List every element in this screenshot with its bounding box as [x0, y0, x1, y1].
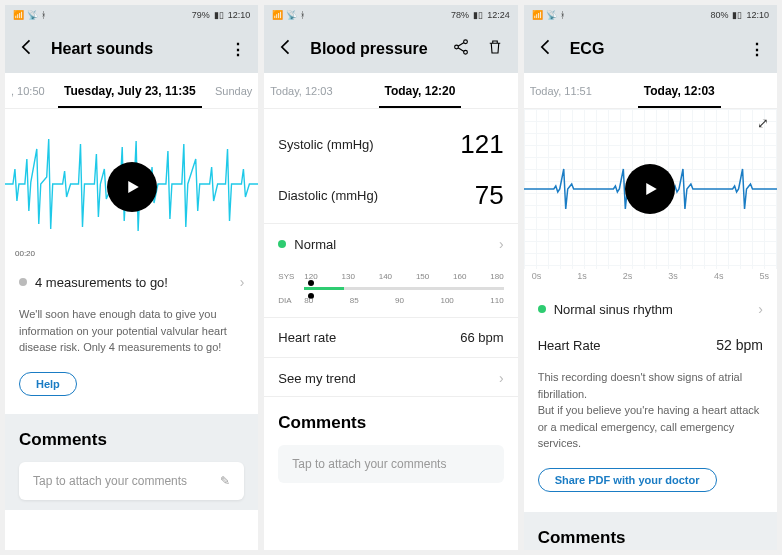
- status-bar: 📶 📡 ᚼ 79% ▮▯ 12:10: [5, 5, 258, 25]
- status-dot-icon: [19, 278, 27, 286]
- tab-active[interactable]: Tuesday, July 23, 11:35: [58, 84, 202, 98]
- heart-rate-row: Heart rate 66 bpm: [264, 320, 517, 355]
- systolic-value: 121: [460, 129, 503, 160]
- date-tabs[interactable]: Today, 11:51 Today, 12:03: [524, 73, 777, 109]
- wifi-icon: 📡: [546, 10, 557, 20]
- systolic-row: Systolic (mmHg) 121: [264, 119, 517, 170]
- tab-active[interactable]: Today, 12:03: [638, 84, 721, 98]
- info-text: We'll soon have enough data to give you …: [5, 300, 258, 362]
- status-bar: 📶📡ᚼ 80%▮▯12:10: [524, 5, 777, 25]
- heart-sound-waveform: 00:20: [5, 109, 258, 264]
- sys-ticks: 120130140150160180: [304, 272, 503, 281]
- screen-blood-pressure: 📶📡ᚼ 78%▮▯12:24 Blood pressure Today, 12:…: [264, 5, 517, 550]
- page-title: Heart sounds: [51, 40, 212, 58]
- chevron-right-icon: ›: [499, 370, 504, 386]
- help-button[interactable]: Help: [19, 372, 77, 396]
- signal-icon: 📶: [272, 10, 283, 20]
- bluetooth-icon: ᚼ: [41, 10, 46, 20]
- tab-prev[interactable]: Today, 12:03: [264, 85, 338, 97]
- tab-active[interactable]: Today, 12:20: [379, 84, 462, 98]
- heart-rate-row: Heart Rate 52 bpm: [524, 327, 777, 363]
- app-header: ECG ⋮: [524, 25, 777, 73]
- svg-point-1: [454, 45, 458, 49]
- more-icon[interactable]: ⋮: [226, 40, 246, 59]
- screen-ecg: 📶📡ᚼ 80%▮▯12:10 ECG ⋮ Today, 11:51 Today,…: [524, 5, 777, 550]
- battery-text: 79%: [192, 10, 210, 20]
- battery-icon: ▮▯: [214, 10, 224, 20]
- diastolic-row: Diastolic (mmHg) 75: [264, 170, 517, 221]
- battery-text: 80%: [710, 10, 728, 20]
- bluetooth-icon: ᚼ: [560, 10, 565, 20]
- signal-icon: 📶: [532, 10, 543, 20]
- chevron-right-icon: ›: [758, 301, 763, 317]
- scale-indicator: [304, 287, 503, 290]
- status-dot-icon: [538, 305, 546, 313]
- ecg-time-axis: 0s1s2s3s4s5s: [524, 269, 777, 283]
- share-pdf-button[interactable]: Share PDF with your doctor: [538, 468, 717, 492]
- bp-scale: SYS 120130140150160180 DIA 808590100110: [264, 262, 517, 315]
- status-dot-icon: [278, 240, 286, 248]
- screen-heart-sounds: 📶 📡 ᚼ 79% ▮▯ 12:10 Heart sounds ⋮ , 10:5…: [5, 5, 258, 550]
- see-trend-row[interactable]: See my trend ›: [264, 360, 517, 396]
- chevron-right-icon: ›: [499, 236, 504, 252]
- heart-rate-value: 66 bpm: [460, 330, 503, 345]
- battery-icon: ▮▯: [473, 10, 483, 20]
- tab-next[interactable]: Sunday: [209, 85, 258, 97]
- ecg-chart: ⤢: [524, 109, 777, 269]
- battery-text: 78%: [451, 10, 469, 20]
- back-icon[interactable]: [276, 37, 296, 61]
- app-header: Heart sounds ⋮: [5, 25, 258, 73]
- comment-placeholder: Tap to attach your comments: [292, 457, 446, 471]
- wifi-icon: 📡: [286, 10, 297, 20]
- heart-rate-value: 52 bpm: [716, 337, 763, 353]
- expand-icon[interactable]: ⤢: [757, 115, 769, 131]
- ecg-info-text: This recording doesn't show signs of atr…: [524, 363, 777, 458]
- comments-heading: Comments: [278, 413, 503, 433]
- comment-placeholder: Tap to attach your comments: [33, 474, 187, 488]
- bp-status-row[interactable]: Normal ›: [264, 226, 517, 262]
- waveform-time: 00:20: [15, 249, 35, 258]
- comments-section: Comments Tap to attach your comments: [264, 396, 517, 493]
- clock: 12:10: [746, 10, 769, 20]
- play-button[interactable]: [625, 164, 675, 214]
- app-header: Blood pressure: [264, 25, 517, 73]
- date-tabs[interactable]: , 10:50 Tuesday, July 23, 11:35 Sunday: [5, 73, 258, 109]
- signal-icon: 📶: [13, 10, 24, 20]
- share-icon[interactable]: [452, 38, 472, 60]
- dia-ticks: 808590100110: [304, 296, 503, 305]
- page-title: Blood pressure: [310, 40, 437, 58]
- tab-prev[interactable]: , 10:50: [5, 85, 51, 97]
- more-icon[interactable]: ⋮: [745, 40, 765, 59]
- delete-icon[interactable]: [486, 38, 506, 60]
- bluetooth-icon: ᚼ: [300, 10, 305, 20]
- status-bar: 📶📡ᚼ 78%▮▯12:24: [264, 5, 517, 25]
- chevron-right-icon: ›: [240, 274, 245, 290]
- comments-section: Comments: [524, 512, 777, 551]
- date-tabs[interactable]: Today, 12:03 Today, 12:20: [264, 73, 517, 109]
- comments-section: Comments Tap to attach your comments ✎: [5, 414, 258, 510]
- battery-icon: ▮▯: [732, 10, 742, 20]
- diastolic-value: 75: [475, 180, 504, 211]
- back-icon[interactable]: [17, 37, 37, 61]
- page-title: ECG: [570, 40, 731, 58]
- clock: 12:10: [228, 10, 251, 20]
- edit-icon: ✎: [220, 474, 230, 488]
- play-button[interactable]: [107, 162, 157, 212]
- comment-input[interactable]: Tap to attach your comments: [278, 445, 503, 483]
- ecg-status-row[interactable]: Normal sinus rhythm ›: [524, 291, 777, 327]
- comments-heading: Comments: [538, 528, 763, 548]
- back-icon[interactable]: [536, 37, 556, 61]
- comments-heading: Comments: [19, 430, 244, 450]
- measurements-row[interactable]: 4 measurements to go! ›: [5, 264, 258, 300]
- svg-point-2: [463, 50, 467, 54]
- wifi-icon: 📡: [27, 10, 38, 20]
- svg-point-0: [463, 40, 467, 44]
- comment-input[interactable]: Tap to attach your comments ✎: [19, 462, 244, 500]
- tab-prev[interactable]: Today, 11:51: [524, 85, 598, 97]
- clock: 12:24: [487, 10, 510, 20]
